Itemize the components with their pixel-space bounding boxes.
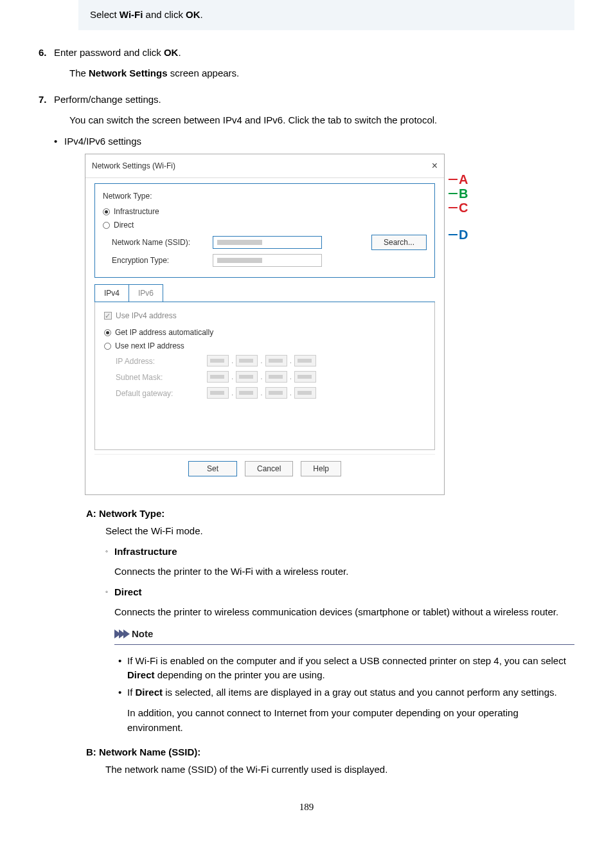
step-6-title: Enter password and click OK. [54, 46, 574, 60]
infra-text: Connects the printer to the Wi-Fi with a… [114, 565, 574, 579]
close-icon[interactable]: × [432, 158, 438, 174]
chevron-icon [114, 629, 128, 638]
radio-direct-label: Direct [114, 219, 134, 231]
dialog-screenshot: Network Settings (Wi-Fi) × Network Type:… [85, 154, 574, 495]
ring-bullet-icon: ◦ [105, 585, 114, 600]
marker-d: D [459, 228, 468, 241]
infra-label: Infrastructure [114, 545, 177, 559]
step-7-bullet-label: IPv4/IPv6 settings [64, 134, 141, 149]
radio-auto-ip[interactable]: Get IP address automatically [104, 327, 425, 338]
direct-label: Direct [114, 585, 142, 600]
step-7-intro: You can switch the screen between IPv4 a… [69, 113, 574, 128]
desc-a: A: Network Type: Select the Wi-Fi mode. … [86, 507, 574, 741]
radio-infra-label: Infrastructure [114, 206, 159, 217]
step-6-body: The Network Settings screen appears. [69, 66, 574, 81]
note-1: If Wi-Fi is enabled on the computer and … [127, 654, 571, 683]
radio-icon [104, 343, 111, 350]
desc-b-text: The network name (SSID) of the Wi-Fi cur… [105, 763, 574, 777]
tab-ipv6[interactable]: IPv6 [129, 284, 163, 302]
dialog-title: Network Settings (Wi-Fi) [92, 160, 175, 172]
step-6-num: 6. [39, 46, 54, 87]
use-ipv4-label: Use IPv4 address [116, 310, 177, 321]
note-2: If Direct is selected, all items are dis… [127, 685, 571, 700]
dialog-footer: Set Cancel Help [94, 454, 435, 485]
step-7-bullet: • IPv4/IPv6 settings [54, 134, 574, 149]
gateway-label: Default gateway: [116, 388, 199, 399]
checkbox-icon [104, 312, 112, 320]
marker-c: C [459, 201, 468, 214]
bullet-dot-icon: • [118, 654, 127, 683]
network-settings-dialog: Network Settings (Wi-Fi) × Network Type:… [85, 154, 445, 495]
set-button[interactable]: Set [188, 461, 237, 476]
radio-next-ip[interactable]: Use next IP address [104, 340, 425, 352]
desc-a-intro: Select the Wi-Fi mode. [105, 524, 574, 539]
step-6: 6. Enter password and click OK. The Netw… [39, 46, 574, 87]
gateway-field: ... [207, 387, 316, 400]
network-type-fieldset: Network Type: Infrastructure Direct Netw… [94, 183, 435, 278]
radio-direct[interactable]: Direct [103, 219, 427, 231]
search-button[interactable]: Search... [371, 235, 427, 250]
subnet-label: Subnet Mask: [116, 372, 199, 383]
marker-a: A [459, 173, 468, 186]
step-7-num: 7. [39, 93, 54, 781]
marker-b: B [459, 187, 468, 200]
info-text: Select Wi-Fi and click OK. [90, 9, 203, 20]
radio-auto-label: Get IP address automatically [115, 327, 213, 338]
dialog-titlebar: Network Settings (Wi-Fi) × [85, 154, 444, 178]
ssid-input[interactable] [213, 236, 322, 249]
note-header-text: Note [132, 627, 153, 642]
network-type-label: Network Type: [103, 190, 427, 202]
info-box: Select Wi-Fi and click OK. [78, 0, 574, 30]
desc-b: B: Network Name (SSID): The network name… [86, 745, 574, 777]
note-2b: In addition, you cannot connect to Inter… [127, 706, 571, 735]
radio-infrastructure[interactable]: Infrastructure [103, 206, 427, 217]
step-7: 7. Perform/change settings. You can swit… [39, 93, 574, 781]
desc-b-title: B: Network Name (SSID): [86, 745, 574, 760]
bullet-dot-icon: • [54, 134, 64, 149]
step-7-title: Perform/change settings. [54, 93, 574, 107]
cancel-button[interactable]: Cancel [245, 461, 293, 476]
note-box: Note • If Wi-Fi is enabled on the comput… [114, 627, 574, 741]
radio-icon [103, 208, 110, 215]
radio-icon [104, 329, 111, 336]
radio-next-label: Use next IP address [115, 340, 184, 352]
ip-address-field: ... [207, 355, 316, 368]
help-button[interactable]: Help [301, 461, 341, 476]
enc-input [213, 254, 322, 267]
use-ipv4-checkbox[interactable]: Use IPv4 address [104, 310, 425, 321]
tab-panel: Use IPv4 address Get IP address automati… [94, 302, 435, 450]
direct-text: Connects the printer to wireless communi… [114, 605, 574, 620]
enc-label: Encryption Type: [112, 255, 205, 266]
radio-icon [103, 222, 110, 229]
callout-markers: A B C D [449, 154, 468, 241]
desc-a-title: A: Network Type: [86, 507, 574, 521]
ssid-label: Network Name (SSID): [112, 237, 205, 248]
ip-address-label: IP Address: [116, 356, 199, 367]
protocol-tabs: IPv4 IPv6 [94, 284, 435, 302]
bullet-dot-icon: • [118, 685, 127, 700]
ring-bullet-icon: ◦ [105, 545, 114, 559]
page-number: 189 [39, 800, 574, 815]
tab-ipv4[interactable]: IPv4 [94, 284, 129, 302]
subnet-field: ... [207, 371, 316, 384]
